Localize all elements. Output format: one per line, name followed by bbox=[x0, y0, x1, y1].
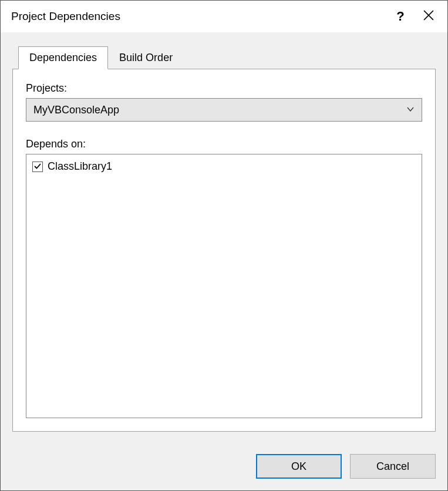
close-icon bbox=[423, 10, 434, 23]
projects-combobox-value: MyVBConsoleApp bbox=[33, 104, 119, 116]
depends-on-label: Depends on: bbox=[26, 138, 422, 150]
chevron-down-icon bbox=[406, 105, 415, 115]
list-item-label: ClassLibrary1 bbox=[48, 160, 112, 173]
button-label: OK bbox=[291, 460, 306, 473]
close-button[interactable] bbox=[415, 2, 443, 31]
dialog-body: Dependencies Build Order Projects: MyVBC… bbox=[1, 32, 447, 443]
checkmark-icon bbox=[34, 160, 41, 173]
projects-label: Projects: bbox=[26, 82, 422, 95]
tab-build-order[interactable]: Build Order bbox=[108, 46, 184, 69]
project-dependencies-dialog: Project Dependencies ? Dependencies Buil… bbox=[0, 0, 448, 491]
tab-label: Build Order bbox=[119, 52, 173, 63]
cancel-button[interactable]: Cancel bbox=[350, 454, 436, 479]
tabpanel-dependencies: Projects: MyVBConsoleApp Depends on: Cla… bbox=[12, 69, 436, 432]
help-button[interactable]: ? bbox=[386, 2, 415, 31]
window-title: Project Dependencies bbox=[11, 10, 386, 23]
list-item[interactable]: ClassLibrary1 bbox=[32, 159, 416, 174]
tabstrip: Dependencies Build Order bbox=[18, 46, 436, 69]
ok-button[interactable]: OK bbox=[256, 454, 342, 479]
tab-label: Dependencies bbox=[29, 52, 97, 63]
tab-dependencies[interactable]: Dependencies bbox=[18, 46, 108, 69]
button-label: Cancel bbox=[376, 460, 409, 473]
titlebar: Project Dependencies ? bbox=[1, 1, 447, 32]
help-icon: ? bbox=[396, 9, 404, 24]
dialog-footer: OK Cancel bbox=[1, 443, 447, 490]
projects-combobox[interactable]: MyVBConsoleApp bbox=[26, 98, 422, 122]
depends-on-listbox[interactable]: ClassLibrary1 bbox=[26, 154, 422, 418]
checkbox[interactable] bbox=[32, 162, 43, 172]
